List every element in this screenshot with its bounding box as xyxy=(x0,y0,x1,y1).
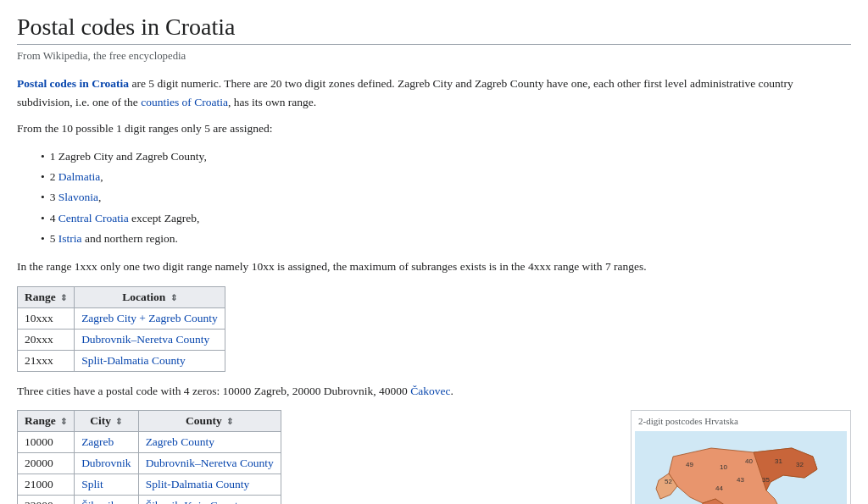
bullet-list: 1 Zagreb City and Zagreb County, 2 Dalma… xyxy=(41,147,851,249)
svg-text:44: 44 xyxy=(715,485,723,492)
city-cell: Zagreb xyxy=(75,432,139,453)
cakovec-link[interactable]: Čakovec xyxy=(410,385,450,397)
city-cell: Dubrovnik xyxy=(75,453,139,474)
county-link[interactable]: Split-Dalmatia County xyxy=(146,478,250,490)
svg-text:43: 43 xyxy=(737,476,744,484)
table1-range-header[interactable]: Range ⇕ xyxy=(18,286,75,307)
table2-city-header[interactable]: City ⇕ xyxy=(75,411,139,432)
county-link[interactable]: Šibenik-Knin County xyxy=(146,499,244,504)
location-link[interactable]: Split-Dalmatia County xyxy=(81,354,186,367)
left-content: Range ⇕ City ⇕ County ⇕ 10000ZagrebZagre… xyxy=(17,410,614,504)
range-cell: 20xxx xyxy=(18,329,75,350)
svg-text:49: 49 xyxy=(686,461,693,468)
range-note: In the range 1xxx only one two digit ran… xyxy=(17,258,851,276)
county-cell: Zagreb County xyxy=(138,432,281,453)
counties-croatia-link[interactable]: counties of Croatia xyxy=(141,96,228,108)
location-cell: Split-Dalmatia County xyxy=(75,350,225,371)
from-text: From the 10 possible 1 digit ranges only… xyxy=(17,119,851,138)
table-row: 20xxxDubrovnik–Neretva County xyxy=(18,329,225,350)
svg-text:40: 40 xyxy=(745,457,753,465)
bullet-item-2: 2 Dalmatia, xyxy=(41,167,851,187)
location-cell: Zagreb City + Zagreb County xyxy=(75,307,225,329)
svg-text:32: 32 xyxy=(796,461,804,468)
county-link[interactable]: Dubrovnik–Neretva County xyxy=(146,457,274,469)
table-row: 10xxxZagreb City + Zagreb County xyxy=(18,307,225,329)
bullet-item-1: 1 Zagreb City and Zagreb County, xyxy=(41,147,851,167)
table2-range-header[interactable]: Range ⇕ xyxy=(18,411,75,432)
map-title: 2-digit postcodes Hrvatska xyxy=(635,414,847,428)
page-title: Postal codes in Croatia xyxy=(17,14,851,45)
city-link[interactable]: Šibenik xyxy=(81,499,116,504)
county-cell: Dubrovnik–Neretva County xyxy=(138,453,281,474)
three-cities-note: Three cities have a postal code with 4 z… xyxy=(17,382,851,401)
svg-text:35: 35 xyxy=(762,476,770,484)
table-2: Range ⇕ City ⇕ County ⇕ 10000ZagrebZagre… xyxy=(17,410,281,504)
city-link[interactable]: Dubrovnik xyxy=(81,457,131,469)
map-svg: 10 49 40 31 32 44 43 35 21 20 52 xyxy=(635,431,847,504)
map-box: 2-digit postcodes Hrvatska 10 xyxy=(631,410,851,504)
table-row: 22000ŠibenikŠibenik-Knin County xyxy=(18,496,281,504)
table-row: 10000ZagrebZagreb County xyxy=(18,432,281,453)
slavonia-link[interactable]: Slavonia xyxy=(58,191,98,203)
svg-text:10: 10 xyxy=(720,463,727,471)
range-cell: 10000 xyxy=(18,432,75,453)
location-cell: Dubrovnik–Neretva County xyxy=(75,329,225,350)
table-1: Range ⇕ Location ⇕ 10xxxZagreb City + Za… xyxy=(17,286,225,372)
svg-text:52: 52 xyxy=(665,478,672,485)
city-link[interactable]: Zagreb xyxy=(81,435,114,448)
range-cell: 20000 xyxy=(18,453,75,474)
main-content: Range ⇕ City ⇕ County ⇕ 10000ZagrebZagre… xyxy=(17,410,851,504)
bullet-item-3: 3 Slavonia, xyxy=(41,187,851,208)
table2-county-header[interactable]: County ⇕ xyxy=(138,411,281,432)
bullet-item-4: 4 Central Croatia except Zagreb, xyxy=(41,208,851,229)
bullet-item-5: 5 Istria and northern region. xyxy=(41,229,851,249)
city-link[interactable]: Split xyxy=(81,478,103,490)
intro-paragraph: Postal codes in Croatia are 5 digit nume… xyxy=(17,75,851,111)
county-cell: Šibenik-Knin County xyxy=(138,496,281,504)
range-cell: 21000 xyxy=(18,474,75,496)
istria-link[interactable]: Istria xyxy=(58,232,82,245)
central-croatia-link[interactable]: Central Croatia xyxy=(58,212,129,224)
svg-text:31: 31 xyxy=(775,457,782,465)
county-cell: Split-Dalmatia County xyxy=(138,474,281,496)
range-cell: 22000 xyxy=(18,496,75,504)
city-cell: Šibenik xyxy=(75,496,139,504)
postal-codes-link[interactable]: Postal codes in Croatia xyxy=(17,77,129,90)
location-link[interactable]: Zagreb City + Zagreb County xyxy=(81,312,218,324)
location-link[interactable]: Dubrovnik–Neretva County xyxy=(81,333,209,346)
table1-location-header[interactable]: Location ⇕ xyxy=(75,286,225,307)
dalmatia-link[interactable]: Dalmatia xyxy=(58,170,100,183)
table-row: 21xxxSplit-Dalmatia County xyxy=(18,350,225,371)
table-row: 20000DubrovnikDubrovnik–Neretva County xyxy=(18,453,281,474)
wiki-subtitle: From Wikipedia, the free encyclopedia xyxy=(17,50,851,63)
city-cell: Split xyxy=(75,474,139,496)
table-row: 21000SplitSplit-Dalmatia County xyxy=(18,474,281,496)
range-cell: 10xxx xyxy=(18,307,75,329)
range-cell: 21xxx xyxy=(18,350,75,371)
county-link[interactable]: Zagreb County xyxy=(146,435,214,448)
